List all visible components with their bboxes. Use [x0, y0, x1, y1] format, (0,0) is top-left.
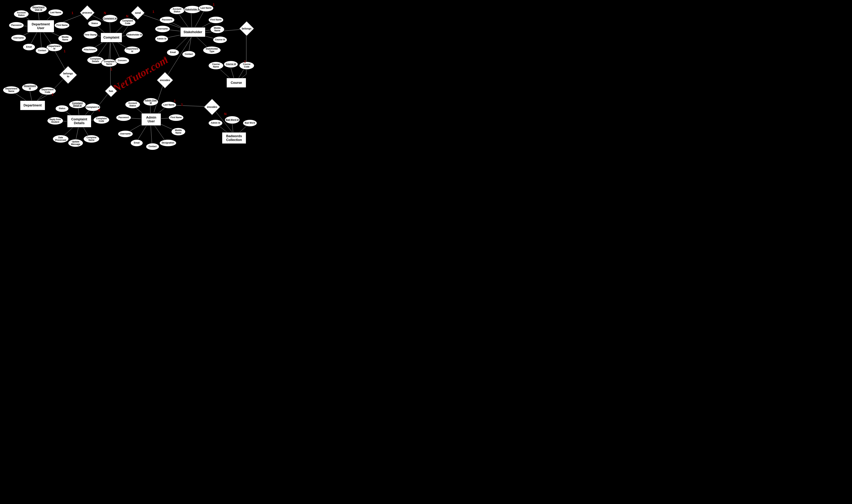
attr-cd-update-message: Update Message [68, 139, 83, 147]
attr-bw-bad-word-id: Bad Word Id [225, 116, 240, 124]
attr-bw-bad-word: Bad Word [243, 120, 257, 127]
attr-du-contact: Contact [35, 47, 49, 54]
attr-au-first-name: First Name [169, 114, 184, 121]
card-send-1: 1 [153, 10, 154, 14]
attr-c-complaint-id: Complaint Id [102, 15, 118, 23]
attr-cd-complete-name: Complete Name [83, 135, 100, 143]
attr-c-stakeholder-id: Stakeholder Id [126, 31, 143, 39]
attr-cd-status: Status [55, 105, 69, 112]
attr-cd-reply-from-student: Reply from Student [47, 117, 63, 125]
attr-c-department-id: Department Id [124, 46, 140, 54]
card-au-last-1b: 1 [181, 103, 183, 107]
card-process-n: N [104, 11, 106, 15]
attr-sh-password: Password [159, 16, 175, 23]
attr-d-department-id: Department Id [22, 83, 38, 91]
attr-c-time-stamp: Time Stamp [83, 31, 98, 39]
card-has-n: N [98, 109, 100, 112]
attr-c-complaint-code: Complaint Code [120, 18, 136, 26]
attr-du-email: Email [23, 43, 35, 51]
card-belongs-1: 1 [244, 60, 246, 64]
attr-sh-admin-id: Admin Id [155, 35, 169, 42]
card-process-1: 1 [71, 11, 73, 15]
attr-du-department-user-id: Department User Id [30, 4, 47, 13]
attr-du-middle-name: Middle Name [58, 34, 72, 42]
attr-cd-complaint-detail-id: Complaint Detail Id [69, 101, 86, 109]
attr-c-attachment: Attachment [82, 46, 98, 53]
card-belongs-to-1a: 1 [64, 49, 66, 53]
attr-au-middle-name: Middle Name [171, 128, 186, 136]
attr-sh-username: Username [155, 25, 170, 33]
attr-c-concern: Concern [115, 57, 129, 64]
attr-sh-stakeholder-id: Stakeholder Id [184, 5, 201, 14]
entity-complaint-details: Complaint Details [67, 115, 91, 128]
attr-cd-complaint-code: Complaint Code [93, 116, 109, 124]
card-has-1: 1 [110, 68, 112, 71]
card-encodes1-n: N [164, 56, 166, 60]
attr-au-admin-user-id: Admin User Id [143, 98, 158, 106]
svg-line-58 [165, 36, 192, 79]
attr-co-course-name: Course Name [208, 61, 224, 70]
card-au-last-1a: 1 [174, 99, 176, 103]
attr-co-course-code: Course Code [239, 61, 255, 70]
attr-sh-course-id: Course Id [213, 36, 227, 43]
attr-au-username: Username [118, 130, 133, 138]
attr-du-account-status: Account Status [14, 10, 29, 18]
entity-admin-user: Admin User [141, 113, 161, 126]
entity-badwords: Badwords Collection [222, 132, 246, 144]
attr-au-email: Email [131, 139, 143, 147]
attr-sh-account-status: Account Status [169, 6, 185, 15]
entity-department-user: Department User [27, 20, 54, 33]
attr-cd-date-processed: Date Processed [53, 135, 69, 143]
entity-stakeholder: Stakeholder [180, 27, 206, 37]
card-sh-lastname-1: 1 [213, 3, 214, 6]
attr-au-designation: Designation [159, 139, 177, 147]
card-send-n: N [126, 15, 128, 18]
attr-au-account-status: Account Status [125, 101, 140, 109]
attr-sh-first-name: First Name [208, 16, 224, 23]
card-belongs-to-1b: 1 [52, 93, 53, 96]
card-encodes2-n: N [224, 112, 227, 116]
attr-sh-email: Email [167, 49, 179, 56]
entity-complaint: Complaint [101, 33, 122, 42]
attr-sh-stakeholder-type: Stakeholder Type [203, 46, 221, 54]
attr-au-contact: Contact [146, 143, 159, 150]
attr-sh-contact: Contact [182, 51, 195, 58]
entity-department: Department [20, 101, 45, 110]
attr-du-last-name: Last Name [48, 9, 63, 16]
attr-sh-last-name: Last Name [198, 4, 214, 12]
attr-d-department-name: Department Name [3, 86, 20, 94]
attr-co-course-id: Course Id [224, 61, 238, 68]
attr-au-password: Password [116, 114, 131, 121]
attr-bw-admin-id: Admin Id [208, 120, 223, 127]
attr-du-first-name: First Name [54, 22, 70, 29]
attr-du-password: Password [9, 22, 24, 29]
entity-course: Course [226, 78, 246, 88]
attr-c-status: Status [88, 20, 101, 27]
attr-sh-middle-name: Middle Name [210, 25, 225, 34]
attr-du-username: Username [11, 34, 26, 42]
attr-d-department-code: Department Code [39, 87, 56, 95]
